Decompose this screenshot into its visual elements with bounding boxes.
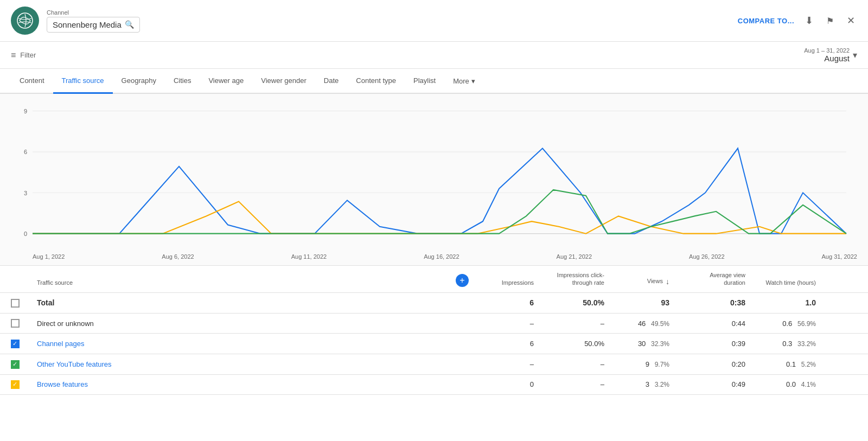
row-checkbox-channel-pages[interactable]	[0, 334, 28, 354]
search-icon[interactable]: 🔍	[125, 20, 134, 29]
tab-geography[interactable]: Geography	[113, 69, 165, 94]
row-avd-direct: 0:44	[678, 313, 754, 334]
checkbox-channel-pages[interactable]	[11, 340, 20, 348]
table-row: Channel pages 6 50.0% 30 32.3% 0:39 0.3 …	[0, 334, 868, 354]
row-label-total: Total	[28, 292, 447, 313]
channel-logo	[11, 7, 39, 35]
row-impressions-direct: –	[477, 313, 542, 334]
checkbox-browse[interactable]	[11, 380, 20, 389]
tab-cities[interactable]: Cities	[165, 69, 200, 94]
row-add-channel-pages	[447, 334, 477, 354]
row-wt-yt-features: 0.1 5.2%	[754, 354, 825, 375]
row-wt-browse: 0.0 4.1%	[754, 374, 825, 395]
row-ctr-channel-pages: 50.0%	[542, 334, 613, 354]
tab-content[interactable]: Content	[11, 69, 53, 94]
th-add-column[interactable]: +	[447, 266, 477, 292]
tabs: Content Traffic source Geography Cities …	[0, 69, 868, 94]
row-avd-total: 0:38	[678, 292, 754, 313]
data-table: Traffic source + Impressions Impressions…	[0, 266, 868, 395]
row-ctr-direct: –	[542, 313, 613, 334]
th-extra	[825, 266, 868, 292]
filter-label: Filter	[20, 51, 36, 59]
checkbox-total[interactable]	[11, 299, 20, 308]
header: Channel Sonnenberg Media 🔍 COMPARE TO...…	[0, 0, 868, 42]
table-row: Direct or unknown – – 46 49.5% 0:44 0.6 …	[0, 313, 868, 334]
date-selector[interactable]: Aug 1 – 31, 2022 August ▾	[804, 47, 857, 63]
row-wt-direct: 0.6 56.9%	[754, 313, 825, 334]
row-impressions-total: 6	[477, 292, 542, 313]
th-ctr: Impressions click-through rate	[542, 266, 613, 292]
row-views-channel-pages: 30 32.3%	[613, 334, 678, 354]
x-label-aug31: Aug 31, 2022	[822, 253, 857, 260]
chart-area: 9 6 3 0 Aug 1, 2022 Aug 6, 2022 Aug 11, …	[0, 94, 868, 266]
add-column-button[interactable]: +	[456, 274, 469, 287]
tab-playlist[interactable]: Playlist	[405, 69, 444, 94]
header-right: COMPARE TO... ⬇ ⚑ ✕	[738, 12, 857, 29]
tab-date[interactable]: Date	[315, 69, 347, 94]
row-checkbox-browse[interactable]	[0, 374, 28, 395]
row-checkbox-yt-features[interactable]	[0, 354, 28, 375]
x-label-aug6: Aug 6, 2022	[162, 253, 194, 260]
row-label-yt-features[interactable]: Other YouTube features	[28, 354, 447, 375]
row-add-browse	[447, 374, 477, 395]
chart-svg: 9 6 3 0	[11, 99, 857, 251]
date-label: August	[804, 54, 850, 63]
row-impressions-yt-features: –	[477, 354, 542, 375]
table-header-row: Traffic source + Impressions Impressions…	[0, 266, 868, 292]
row-extra-channel-pages	[825, 334, 868, 354]
th-traffic-source: Traffic source	[28, 266, 447, 292]
date-range: Aug 1 – 31, 2022	[804, 47, 850, 54]
channel-name-box[interactable]: Sonnenberg Media 🔍	[47, 17, 140, 33]
download-button[interactable]: ⬇	[803, 12, 815, 29]
th-views[interactable]: Views ↓	[613, 266, 678, 292]
th-wt: Watch time (hours)	[754, 266, 825, 292]
checkbox-yt-features[interactable]	[11, 360, 20, 369]
feedback-button[interactable]: ⚑	[824, 14, 836, 28]
row-impressions-browse: 0	[477, 374, 542, 395]
chart-container: 9 6 3 0	[11, 99, 857, 251]
row-checkbox-total[interactable]	[0, 292, 28, 313]
row-ctr-yt-features: –	[542, 354, 613, 375]
x-label-aug1: Aug 1, 2022	[33, 253, 65, 260]
row-add-yt-features	[447, 354, 477, 375]
compare-button[interactable]: COMPARE TO...	[738, 17, 794, 25]
row-avd-browse: 0:49	[678, 374, 754, 395]
table-row: Total 6 50.0% 93 0:38 1.0	[0, 292, 868, 313]
row-checkbox-direct[interactable]	[0, 313, 28, 334]
header-left: Channel Sonnenberg Media 🔍	[11, 7, 140, 35]
row-wt-total: 1.0	[754, 292, 825, 313]
svg-text:0: 0	[24, 231, 27, 237]
row-label-direct: Direct or unknown	[28, 313, 447, 334]
close-button[interactable]: ✕	[845, 12, 857, 29]
th-checkbox	[0, 266, 28, 292]
svg-text:3: 3	[24, 189, 27, 196]
row-add-total	[447, 292, 477, 313]
x-label-aug21: Aug 21, 2022	[557, 253, 592, 260]
row-avd-yt-features: 0:20	[678, 354, 754, 375]
date-dropdown-arrow[interactable]: ▾	[853, 50, 857, 60]
more-label: More	[453, 77, 469, 85]
tab-viewer-gender[interactable]: Viewer gender	[252, 69, 315, 94]
tab-more[interactable]: More ▾	[444, 69, 484, 93]
filter-left[interactable]: ≡ Filter	[11, 50, 36, 60]
channel-label: Channel	[47, 9, 140, 16]
channel-info: Channel Sonnenberg Media 🔍	[47, 9, 140, 33]
x-label-aug26: Aug 26, 2022	[689, 253, 724, 260]
chart-x-labels: Aug 1, 2022 Aug 6, 2022 Aug 11, 2022 Aug…	[11, 251, 857, 265]
filter-bar: ≡ Filter Aug 1 – 31, 2022 August ▾	[0, 42, 868, 69]
checkbox-direct[interactable]	[11, 319, 20, 328]
row-views-browse: 3 3.2%	[613, 374, 678, 395]
channel-name: Sonnenberg Media	[53, 20, 122, 29]
row-label-browse[interactable]: Browse features	[28, 374, 447, 395]
svg-text:9: 9	[24, 107, 27, 114]
row-views-yt-features: 9 9.7%	[613, 354, 678, 375]
row-label-channel-pages[interactable]: Channel pages	[28, 334, 447, 354]
row-extra-direct	[825, 313, 868, 334]
row-views-direct: 46 49.5%	[613, 313, 678, 334]
tab-viewer-age[interactable]: Viewer age	[200, 69, 252, 94]
more-chevron-icon: ▾	[471, 77, 475, 85]
tab-content-type[interactable]: Content type	[347, 69, 405, 94]
tab-traffic-source[interactable]: Traffic source	[53, 69, 113, 94]
filter-icon: ≡	[11, 50, 16, 60]
table-section: Traffic source + Impressions Impressions…	[0, 266, 868, 395]
